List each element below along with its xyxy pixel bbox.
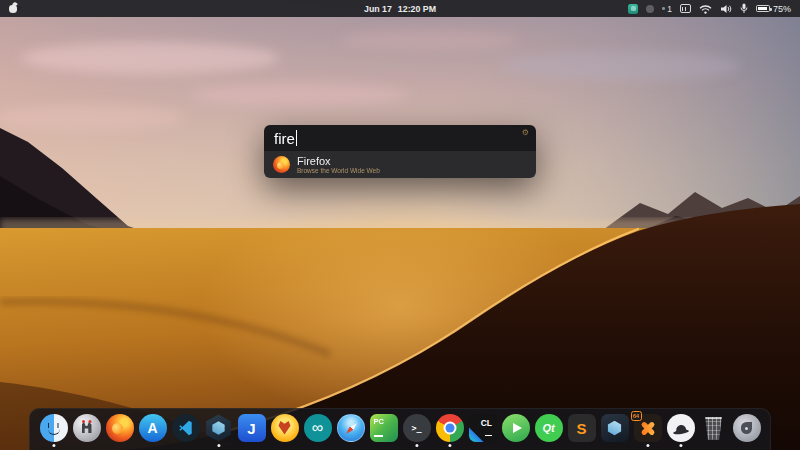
dock-item-qt-creator[interactable]: Qt <box>533 412 564 444</box>
finder-icon <box>40 414 68 442</box>
firefox-result-icon <box>273 156 290 173</box>
running-indicator <box>52 444 55 447</box>
dock-item-launchpad[interactable] <box>731 412 762 444</box>
workspace-dot-icon <box>662 7 665 10</box>
terminal-icon: >_ <box>403 414 431 442</box>
pycharm-icon: PC <box>370 414 398 442</box>
dock-item-chrome[interactable] <box>434 412 465 444</box>
dock-item-system-utility[interactable] <box>71 412 102 444</box>
dock-item-jdownloader[interactable]: J <box>236 412 267 444</box>
battery-indicator[interactable]: 75% <box>756 4 791 14</box>
dock-item-clion[interactable]: CL <box>467 412 498 444</box>
chrome-icon <box>436 414 464 442</box>
dock-item-terminal[interactable]: >_ <box>401 412 432 444</box>
dock-item-firefox[interactable] <box>104 412 135 444</box>
rocket-launchpad-icon <box>733 414 761 442</box>
running-indicator <box>679 444 682 447</box>
hexagon-cube-icon <box>205 414 233 442</box>
desktop: Jun 17 12:20 PM 1 <box>0 0 800 450</box>
search-query-text: fire <box>274 130 295 147</box>
battery-percent: 75% <box>773 4 791 14</box>
fedora-hat-icon <box>667 414 695 442</box>
battery-icon <box>756 5 770 12</box>
safari-compass-icon <box>337 414 365 442</box>
badge-64: 64 <box>631 411 642 421</box>
dock-item-brave[interactable] <box>269 412 300 444</box>
clock-time: 12:20 PM <box>398 4 436 14</box>
launcher-result-firefox[interactable]: Firefox Browse the World Wide Web <box>264 151 536 178</box>
cube-hexagon-icon <box>601 414 629 442</box>
x64-tool-icon: 64 <box>634 414 662 442</box>
clock-date: Jun 17 <box>364 4 392 14</box>
menubar: Jun 17 12:20 PM 1 <box>0 0 800 17</box>
dock-item-pycharm[interactable]: PC <box>368 412 399 444</box>
result-subtitle: Browse the World Wide Web <box>297 167 380 175</box>
dock-item-finder[interactable] <box>38 412 69 444</box>
dock-item-stm32cube-hex[interactable] <box>203 412 234 444</box>
play-button-icon <box>502 414 530 442</box>
qt-icon: Qt <box>535 414 563 442</box>
dock-item-app-store[interactable]: A <box>137 412 168 444</box>
teal-app-tray-icon[interactable] <box>628 4 638 14</box>
dim-status-tray-icon[interactable] <box>646 5 654 13</box>
running-indicator <box>646 444 649 447</box>
dock-item-fedora-hat-app[interactable] <box>665 412 696 444</box>
app-store-icon: A <box>139 414 167 442</box>
running-indicator <box>448 444 451 447</box>
apple-menu-icon[interactable] <box>9 3 18 13</box>
app-launcher-window: fire ⚙ Firefox Browse the World Wide Web <box>264 125 536 178</box>
trash-icon <box>704 417 723 440</box>
dock-item-media-player[interactable] <box>500 412 531 444</box>
text-caret <box>296 130 298 146</box>
jdownloader-icon: J <box>238 414 266 442</box>
arduino-infinity-icon: ∞ <box>304 414 332 442</box>
system-utility-icon <box>73 414 101 442</box>
running-indicator <box>217 444 220 447</box>
volume-icon[interactable] <box>720 4 732 14</box>
dock-item-trash[interactable] <box>698 412 729 444</box>
result-title: Firefox <box>297 155 380 167</box>
vscode-icon <box>172 414 200 442</box>
running-indicator <box>415 444 418 447</box>
dock-item-x64-debugger[interactable]: 64 <box>632 412 663 444</box>
dock: A J ∞ PC >_ CL Qt S 64 <box>29 408 771 450</box>
microphone-icon[interactable] <box>740 3 748 14</box>
keyboard-layout-icon[interactable] <box>680 4 691 13</box>
dock-item-safari[interactable] <box>335 412 366 444</box>
workspace-indicator[interactable]: 1 <box>662 4 672 14</box>
sublime-text-icon: S <box>568 414 596 442</box>
wallpaper-image <box>0 0 800 450</box>
dock-item-vscode[interactable] <box>170 412 201 444</box>
brave-lion-icon <box>271 414 299 442</box>
menubar-clock[interactable]: Jun 17 12:20 PM <box>364 4 436 14</box>
menubar-tray: 1 75% <box>628 3 791 14</box>
dock-item-sublime-text[interactable]: S <box>566 412 597 444</box>
gear-icon[interactable]: ⚙ <box>522 129 529 137</box>
wifi-icon[interactable] <box>699 4 712 14</box>
dock-item-arduino[interactable]: ∞ <box>302 412 333 444</box>
clion-icon: CL <box>469 414 497 442</box>
launcher-search-input[interactable]: fire ⚙ <box>264 125 536 151</box>
dock-item-stm32cube-ide[interactable] <box>599 412 630 444</box>
workspace-number: 1 <box>667 4 672 14</box>
firefox-icon <box>106 414 134 442</box>
